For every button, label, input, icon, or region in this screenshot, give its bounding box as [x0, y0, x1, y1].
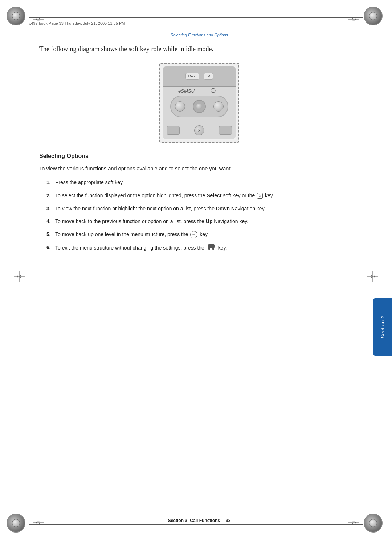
x-key-icon: [257, 193, 263, 199]
step-1-number: 1.: [46, 179, 55, 187]
bold-up: Up: [206, 218, 213, 224]
main-content: Selecting Functions and Options The foll…: [39, 33, 359, 513]
bold-select: Select: [207, 193, 221, 198]
step-4-number: 4.: [46, 218, 55, 226]
reg-mark-mid-left: [14, 271, 25, 282]
corner-decoration-tl: [7, 7, 28, 28]
phone-im-button: IM: [204, 73, 213, 80]
phone-top-bar: Menu IM: [163, 66, 236, 87]
svg-text:e: e: [212, 89, 213, 93]
step-3-text: To view the next function or highlight t…: [55, 205, 359, 213]
bold-down: Down: [216, 206, 230, 211]
right-border-line: [366, 21, 366, 525]
phone-diagram-container: Menu IM eSMSU e: [39, 63, 359, 143]
end-call-icon: [207, 244, 216, 253]
step-5-text: To move back up one level in the menu st…: [55, 231, 359, 239]
selecting-options-heading: Selecting Options: [39, 153, 359, 159]
step-6-number: 6.: [46, 244, 55, 253]
svg-rect-4: [208, 248, 210, 250]
section-tab-label: Section 3: [380, 315, 385, 338]
phone-left-small-btn: ···: [167, 126, 180, 135]
section-tab: Section 3: [373, 298, 392, 356]
left-border-line: [33, 21, 33, 525]
phone-x-button: ✕: [194, 125, 204, 136]
phone-diagram: Menu IM eSMSU e: [159, 63, 239, 143]
step-4-text: To move back to the previous function or…: [55, 218, 359, 226]
selecting-options-body: To view the various functions and option…: [39, 165, 359, 173]
step-6-text: To exit the menu structure without chang…: [55, 244, 359, 253]
phone-inner: Menu IM eSMSU e: [163, 66, 236, 139]
step-2-number: 2.: [46, 192, 55, 200]
step-1-text: Press the appropriate soft key.: [55, 179, 359, 187]
samsung-logo: eSMSU e: [163, 88, 236, 95]
list-item: 2. To select the function displayed or t…: [46, 192, 359, 200]
svg-rect-5: [212, 248, 214, 250]
header-bar: x497.book Page 33 Thursday, July 21, 200…: [29, 21, 363, 25]
steps-list: 1. Press the appropriate soft key. 2. To…: [46, 179, 359, 252]
corner-decoration-bl: [7, 514, 28, 535]
page: x497.book Page 33 Thursday, July 21, 200…: [0, 0, 392, 542]
corner-decoration-br: [364, 514, 385, 535]
phone-bottom-row: ··· ✕ ···: [167, 125, 232, 136]
corner-decoration-tr: [364, 7, 385, 28]
list-item: 5. To move back up one level in the menu…: [46, 231, 359, 239]
back-key-icon: ↩: [190, 231, 197, 238]
list-item: 1. Press the appropriate soft key.: [46, 179, 359, 187]
step-3-number: 3.: [46, 205, 55, 213]
phone-nav-area: [170, 96, 228, 117]
phone-menu-button: Menu: [185, 73, 200, 80]
phone-right-soft-key: [213, 101, 224, 112]
footer-page-number: 33: [226, 518, 230, 523]
list-item: 3. To view the next function or highligh…: [46, 205, 359, 213]
list-item: 4. To move back to the previous function…: [46, 218, 359, 226]
svg-text:eSMSU: eSMSU: [178, 88, 195, 94]
phone-center-key: [193, 100, 206, 113]
footer-section-label: Section 3: Call Functions: [168, 518, 220, 523]
bottom-border-line: [29, 524, 363, 525]
phone-right-small-btn: ···: [219, 126, 232, 135]
step-5-number: 5.: [46, 231, 55, 239]
header-file-info: x497.book Page 33 Thursday, July 21, 200…: [29, 21, 125, 25]
intro-text: The following diagram shows the soft key…: [39, 44, 359, 54]
page-footer: Section 3: Call Functions 33: [39, 518, 359, 523]
page-header-title: Selecting Functions and Options: [39, 33, 359, 37]
phone-left-soft-key: [175, 101, 185, 112]
step-2-text: To select the function displayed or the …: [55, 192, 359, 200]
top-border-line: [29, 17, 363, 18]
list-item: 6. To exit the menu structure without ch…: [46, 244, 359, 253]
reg-mark-mid-right: [367, 271, 378, 282]
